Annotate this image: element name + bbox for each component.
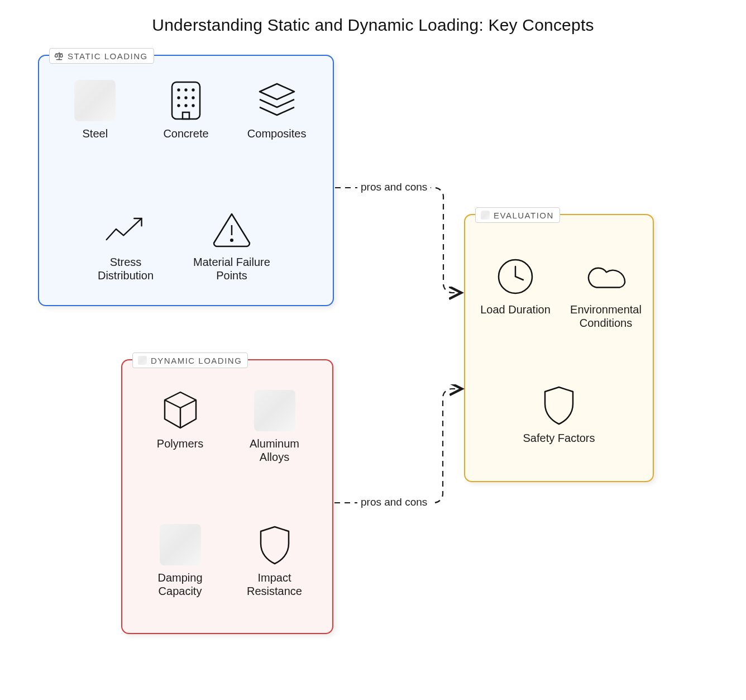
item-damping-capacity: Damping Capacity <box>141 522 219 598</box>
warning-triangle-icon <box>209 207 254 251</box>
item-composites-label: Composites <box>247 127 307 141</box>
svg-point-7 <box>178 105 180 107</box>
item-load-duration: Load Duration <box>476 254 554 317</box>
panel-label-evaluation: EVALUATION <box>475 207 560 223</box>
svg-point-8 <box>185 105 187 107</box>
panel-label-dynamic: DYNAMIC LOADING <box>132 353 248 368</box>
panel-label-dynamic-text: DYNAMIC LOADING <box>151 356 242 365</box>
item-concrete-label: Concrete <box>163 127 208 141</box>
item-duration-label: Load Duration <box>480 303 551 317</box>
panel-static-loading: STATIC LOADING Steel Concrete <box>38 55 334 306</box>
panel-label-static: STATIC LOADING <box>49 48 154 64</box>
item-safety-label: Safety Factors <box>523 432 595 445</box>
svg-point-6 <box>193 97 194 99</box>
item-steel: Steel <box>56 78 134 141</box>
arrow-label-top: pros and cons <box>357 181 431 193</box>
svg-point-1 <box>178 89 180 91</box>
panel-evaluation: EVALUATION Load Duration Environmental C… <box>464 214 654 482</box>
arrow-label-bottom: pros and cons <box>357 496 431 508</box>
item-aluminum-label: Aluminum Alloys <box>236 437 314 464</box>
damping-icon <box>160 524 201 565</box>
svg-rect-10 <box>183 112 189 119</box>
shield-icon <box>252 522 297 567</box>
svg-point-4 <box>178 97 180 99</box>
arrow-static-to-eval <box>334 184 465 302</box>
item-polymers: Polymers <box>141 388 219 451</box>
cube-icon <box>158 388 203 433</box>
item-failure-label: Material Failure Points <box>193 256 271 282</box>
item-aluminum-alloys: Aluminum Alloys <box>236 388 314 464</box>
panel-label-static-text: STATIC LOADING <box>68 51 148 61</box>
aluminum-icon <box>254 390 295 431</box>
trending-up-icon <box>103 207 148 251</box>
item-impact-label: Impact Resistance <box>236 572 314 598</box>
page-title: Understanding Static and Dynamic Loading… <box>0 16 746 35</box>
item-concrete: Concrete <box>147 78 225 141</box>
svg-rect-0 <box>172 82 200 119</box>
evaluation-mini-icon <box>480 210 490 220</box>
panel-dynamic-loading: DYNAMIC LOADING Polymers Aluminum Alloys… <box>121 359 333 634</box>
shield-icon <box>537 383 581 427</box>
svg-point-9 <box>193 105 194 107</box>
item-stress-distribution: Stress Distribution <box>87 207 165 282</box>
svg-point-3 <box>193 89 194 91</box>
building-icon <box>164 78 208 123</box>
item-composites: Composites <box>238 78 316 141</box>
cloud-icon <box>584 254 628 299</box>
dynamic-mini-icon <box>137 355 147 365</box>
item-environment-label: Environmental Conditions <box>567 303 645 330</box>
item-safety-factors: Safety Factors <box>520 383 598 445</box>
item-polymers-label: Polymers <box>157 437 203 451</box>
scales-icon <box>54 51 64 61</box>
item-steel-label: Steel <box>83 127 108 141</box>
item-environmental-conditions: Environmental Conditions <box>567 254 645 330</box>
item-impact-resistance: Impact Resistance <box>236 522 314 598</box>
steel-icon <box>74 80 116 121</box>
item-damping-label: Damping Capacity <box>141 572 219 598</box>
layers-icon <box>255 78 299 123</box>
svg-point-2 <box>185 89 187 91</box>
item-material-failure: Material Failure Points <box>193 207 271 282</box>
svg-point-12 <box>231 239 233 241</box>
arrow-dynamic-to-eval <box>333 384 465 507</box>
item-stress-label: Stress Distribution <box>87 256 165 282</box>
clock-icon <box>493 254 538 299</box>
panel-label-evaluation-text: EVALUATION <box>494 211 554 220</box>
svg-point-5 <box>185 97 187 99</box>
